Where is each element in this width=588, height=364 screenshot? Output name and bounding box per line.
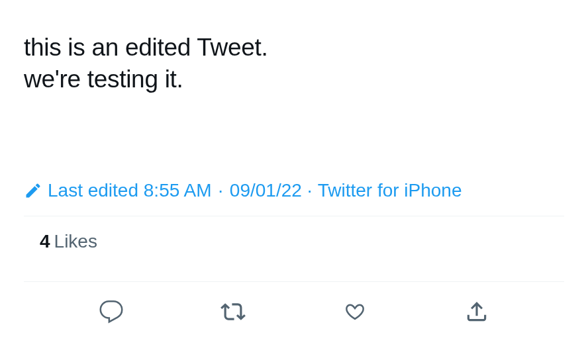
retweet-button[interactable] <box>215 294 251 332</box>
pencil-icon <box>24 181 42 200</box>
likes-count: 4 <box>40 231 50 251</box>
likes-label: Likes <box>54 231 97 251</box>
share-icon <box>464 299 489 326</box>
reply-button[interactable] <box>93 294 129 332</box>
like-button[interactable] <box>337 294 373 332</box>
tweet-body: this is an edited Tweet. we're testing i… <box>24 0 564 95</box>
actions-row <box>24 282 564 332</box>
retweet-icon <box>220 299 246 326</box>
heart-icon <box>342 299 368 326</box>
tweet-text-line2: we're testing it. <box>24 66 183 93</box>
tweet-source-link[interactable]: Twitter for iPhone <box>318 180 462 201</box>
last-edited-link[interactable]: Last edited 8:55 AM · 09/01/22 <box>48 180 302 201</box>
meta-separator: · <box>306 180 314 201</box>
tweet-source: Twitter for iPhone <box>318 180 462 201</box>
meta-separator: · <box>217 180 224 201</box>
edited-prefix: Last edited <box>48 180 138 201</box>
edited-time: 8:55 AM <box>144 180 212 201</box>
edited-date: 09/01/22 <box>230 180 302 201</box>
tweet-meta: Last edited 8:55 AM · 09/01/22 · Twitter… <box>24 180 564 201</box>
tweet-text-line1: this is an edited Tweet. <box>24 34 268 61</box>
stats-row[interactable]: 4Likes <box>24 216 564 267</box>
reply-icon <box>99 299 124 326</box>
share-button[interactable] <box>459 294 495 332</box>
